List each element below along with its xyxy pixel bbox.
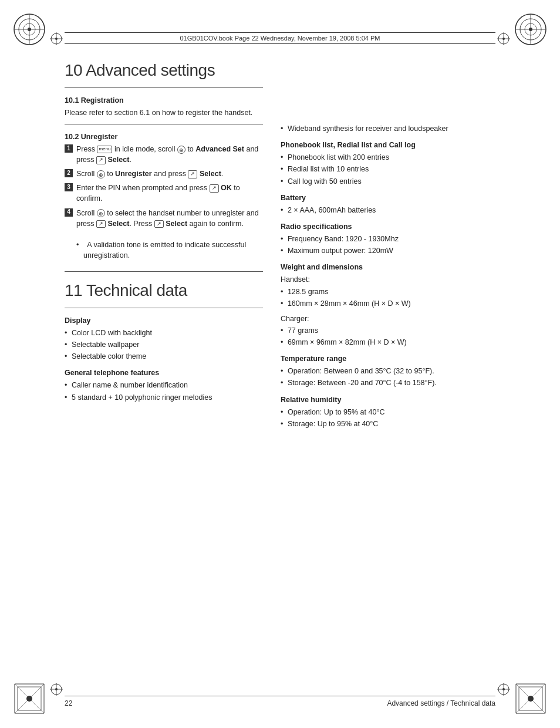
- step-4-text: Scroll ⊕ to select the handset number to…: [76, 208, 263, 261]
- step-2-text: Scroll ⊕ to Unregister and press ↗ Selec…: [76, 168, 223, 179]
- radio-item-1: Frequency Band: 1920 - 1930Mhz: [281, 234, 495, 244]
- menu-button-icon: menu: [97, 146, 112, 153]
- step-2: 2 Scroll ⊕ to Unregister and press ↗ Sel…: [65, 168, 263, 179]
- charger-weight-list: 77 grams 69mm × 96mm × 82mm (H × D × W): [281, 325, 495, 348]
- handset-weight-list: 128.5 grams 160mm × 28mm × 46mm (H × D ×…: [281, 287, 495, 309]
- humidity-item-1: Operation: Up to 95% at 40°C: [281, 407, 495, 417]
- select-button-icon-1: ↗: [96, 156, 106, 164]
- select-button-icon-2: ↗: [188, 170, 197, 178]
- corner-decoration-tl: [12, 12, 47, 47]
- step-3-text: Enter the PIN when prompted and press ↗ …: [76, 183, 263, 204]
- general-features-list: Caller name & number identification 5 st…: [65, 380, 263, 402]
- wideband-list: Wideband synthesis for receiver and loud…: [281, 123, 495, 134]
- inner-crosshair-tr: [497, 32, 510, 45]
- general-item-1: Caller name & number identification: [65, 380, 263, 390]
- handset-label: Handset:: [281, 274, 495, 285]
- page: 01GB01COV.book Page 22 Wednesday, Novemb…: [0, 0, 560, 728]
- humidity-heading: Relative humidity: [281, 395, 495, 405]
- radio-heading: Radio specifications: [281, 221, 495, 232]
- section10-title: 10 Advanced settings: [65, 59, 263, 83]
- footer: 22 Advanced settings / Technical data: [65, 696, 495, 707]
- main-content: 10 Advanced settings 10.1 Registration P…: [65, 59, 495, 681]
- divider-after-11-title: [65, 308, 263, 308]
- weight-heading: Weight and dimensions: [281, 262, 495, 272]
- humidity-list: Operation: Up to 95% at 40°C Storage: Up…: [281, 407, 495, 429]
- select-button-icon-4b: ↗: [154, 220, 164, 228]
- temperature-item-2: Storage: Between -20 and 70°C (-4 to 158…: [281, 378, 495, 388]
- phonebook-item-3: Call log with 50 entries: [281, 176, 495, 187]
- temperature-heading: Temperature range: [281, 353, 495, 364]
- display-heading: Display: [65, 315, 263, 326]
- divider-after-title: [65, 87, 263, 88]
- svg-point-17: [528, 696, 534, 702]
- chapter-title: Advanced settings / Technical data: [387, 699, 495, 707]
- step-1: 1 Press menu in idle mode, scroll ⊕ to A…: [65, 144, 263, 165]
- header-bar: 01GB01COV.book Page 22 Wednesday, Novemb…: [65, 32, 495, 44]
- step-1-number: 1: [65, 144, 73, 153]
- divider-10-2: [65, 124, 263, 124]
- phonebook-heading: Phonebook list, Redial list and Call log: [281, 140, 495, 150]
- corner-decoration-tr: [513, 12, 548, 47]
- handset-weight-item-2: 160mm × 28mm × 46mm (H × D × W): [281, 298, 495, 309]
- battery-item-1: 2 × AAA, 600mAh batteries: [281, 205, 495, 215]
- page-number: 22: [65, 699, 72, 707]
- nav-scroll-icon-1: ⊕: [177, 146, 185, 154]
- phonebook-list: Phonebook list with 200 entries Redial l…: [281, 152, 495, 186]
- inner-crosshair-bl: [50, 683, 63, 696]
- inner-crosshair-br: [497, 683, 510, 696]
- svg-point-11: [529, 28, 532, 31]
- battery-heading: Battery: [281, 193, 495, 203]
- svg-point-5: [28, 28, 31, 31]
- temperature-item-1: Operation: Between 0 and 35°C (32 to 95°…: [281, 366, 495, 376]
- svg-point-21: [55, 38, 58, 40]
- left-column: 10 Advanced settings 10.1 Registration P…: [65, 59, 263, 681]
- battery-list: 2 × AAA, 600mAh batteries: [281, 205, 495, 215]
- charger-weight-item-1: 77 grams: [281, 325, 495, 336]
- select-button-icon-4a: ↗: [96, 220, 106, 228]
- svg-point-29: [55, 688, 58, 690]
- radio-list: Frequency Band: 1920 - 1930Mhz Maximum o…: [281, 234, 495, 256]
- step-1-text: Press menu in idle mode, scroll ⊕ to Adv…: [76, 144, 263, 165]
- corner-decoration-bl: [12, 681, 47, 716]
- svg-point-14: [26, 696, 32, 702]
- step-2-number: 2: [65, 169, 73, 177]
- inner-crosshair-tl: [50, 32, 63, 45]
- charger-label: Charger:: [281, 314, 495, 324]
- charger-weight-item-2: 69mm × 96mm × 82mm (H × D × W): [281, 337, 495, 348]
- nav-scroll-icon-2: ⊕: [97, 170, 105, 178]
- subsection-10-2-heading: 10.2 Unregister: [65, 132, 263, 142]
- temperature-list: Operation: Between 0 and 35°C (32 to 95°…: [281, 366, 495, 388]
- display-list: Color LCD with backlight Selectable wall…: [65, 328, 263, 362]
- step-3: 3 Enter the PIN when prompted and press …: [65, 183, 263, 204]
- humidity-item-2: Storage: Up to 95% at 40°C: [281, 419, 495, 429]
- step-3-number: 3: [65, 183, 73, 191]
- ok-button-icon: ↗: [210, 184, 219, 193]
- wideband-item: Wideband synthesis for receiver and loud…: [281, 123, 495, 134]
- svg-point-33: [502, 688, 505, 690]
- header-text: 01GB01COV.book Page 22 Wednesday, Novemb…: [180, 35, 380, 42]
- radio-item-2: Maximum output power: 120mW: [281, 245, 495, 256]
- divider-section11: [65, 271, 263, 272]
- right-column: Wideband synthesis for receiver and loud…: [281, 59, 495, 681]
- general-item-2: 5 standard + 10 polyphonic ringer melodi…: [65, 392, 263, 403]
- step-4: 4 Scroll ⊕ to select the handset number …: [65, 208, 263, 261]
- step-4-number: 4: [65, 208, 73, 217]
- subsection-10-1-body: Please refer to section 6.1 on how to re…: [65, 107, 263, 118]
- display-item-2: Selectable wallpaper: [65, 339, 263, 350]
- steps-list: 1 Press menu in idle mode, scroll ⊕ to A…: [65, 144, 263, 261]
- display-item-3: Selectable color theme: [65, 351, 263, 362]
- subsection-10-1-heading: 10.1 Registration: [65, 95, 263, 106]
- general-features-heading: General telephone features: [65, 368, 263, 378]
- svg-point-25: [502, 38, 505, 40]
- display-item-1: Color LCD with backlight: [65, 328, 263, 338]
- phonebook-item-1: Phonebook list with 200 entries: [281, 152, 495, 163]
- corner-decoration-br: [513, 681, 548, 716]
- nav-scroll-icon-4: ⊕: [97, 209, 105, 217]
- section11-title: 11 Technical data: [65, 279, 263, 303]
- phonebook-item-2: Redial list with 10 entries: [281, 164, 495, 174]
- handset-weight-item-1: 128.5 grams: [281, 287, 495, 297]
